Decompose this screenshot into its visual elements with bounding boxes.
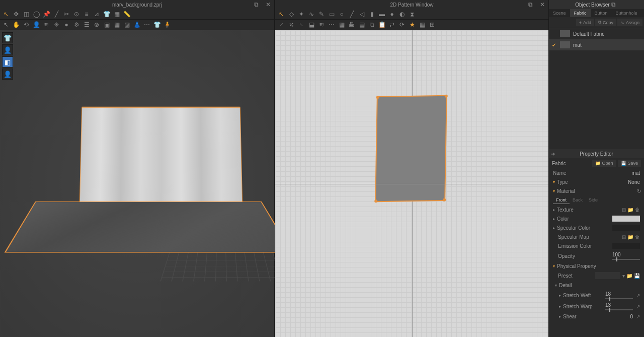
- texture-row[interactable]: Texture ⊞📁🗑: [549, 205, 644, 214]
- curve-icon[interactable]: ∿: [307, 10, 315, 18]
- garment-icon[interactable]: 👕: [153, 21, 161, 29]
- cut-icon[interactable]: ✂: [62, 10, 70, 18]
- list-item[interactable]: Default Fabric: [549, 28, 644, 39]
- open-button[interactable]: 📁Open: [592, 160, 616, 167]
- pattern-piece[interactable]: [375, 95, 447, 203]
- panel-menu-icon[interactable]: ⧉: [610, 1, 618, 9]
- name-value[interactable]: mat: [631, 170, 640, 176]
- free-sew-icon[interactable]: ⤭: [287, 21, 295, 29]
- snap-icon[interactable]: ⊞: [428, 21, 436, 29]
- tab-side[interactable]: Side: [586, 196, 601, 204]
- stretch-weft-row[interactable]: Stretch-Weft 18 ↗: [549, 290, 644, 301]
- stretch-weft-value[interactable]: 18: [605, 291, 611, 297]
- stretch-weft-slider[interactable]: [605, 298, 633, 299]
- shirt-icon[interactable]: 👕: [103, 10, 111, 18]
- wind-icon[interactable]: ≋: [42, 21, 50, 29]
- notch-icon[interactable]: ▮: [368, 10, 376, 18]
- shirt-tool-icon[interactable]: 👕: [2, 32, 13, 43]
- color-swatch[interactable]: [612, 216, 640, 222]
- target-icon[interactable]: ⊚: [93, 21, 101, 29]
- opacity-slider[interactable]: [612, 259, 640, 260]
- rectangle-icon[interactable]: ▭: [328, 10, 336, 18]
- stretch-warp-value[interactable]: 13: [605, 302, 611, 308]
- specular-color-swatch[interactable]: [612, 225, 640, 231]
- stretch-warp-row[interactable]: Stretch-Warp 13 ↗: [549, 301, 644, 312]
- skin-tool-icon[interactable]: 👤: [2, 69, 13, 80]
- fill-icon[interactable]: ●: [388, 10, 396, 18]
- segment-sew-icon[interactable]: ⟍: [297, 21, 305, 29]
- iron-icon[interactable]: ⬓: [307, 21, 315, 29]
- dress-icon[interactable]: 👗: [133, 21, 141, 29]
- pin-icon[interactable]: 📌: [42, 10, 50, 18]
- circle-icon[interactable]: ○: [338, 10, 346, 18]
- tab-button[interactable]: Button: [591, 9, 612, 17]
- texture-icon[interactable]: ▨: [123, 21, 131, 29]
- select-icon[interactable]: ↖: [277, 10, 285, 18]
- cloth-backdrop[interactable]: [79, 107, 243, 207]
- folder-icon[interactable]: 📁: [627, 207, 633, 213]
- trace-icon[interactable]: ◐: [398, 10, 406, 18]
- trash-icon[interactable]: 🗑: [635, 234, 640, 240]
- lasso-icon[interactable]: ◯: [32, 10, 40, 18]
- mesh-icon[interactable]: ▦: [113, 21, 121, 29]
- fold-icon[interactable]: ⊿: [93, 10, 101, 18]
- key-icon[interactable]: ↗: [636, 304, 640, 309]
- vertex-point[interactable]: [443, 198, 446, 201]
- measure-icon[interactable]: 📏: [123, 10, 131, 18]
- arrange-icon[interactable]: ▤: [358, 21, 366, 29]
- cloth-floor[interactable]: [5, 201, 293, 253]
- cursor-icon[interactable]: ↖: [2, 10, 10, 18]
- color-row[interactable]: Color: [549, 214, 644, 223]
- paste-icon[interactable]: 📋: [378, 21, 386, 29]
- layer-icon[interactable]: ▦: [113, 10, 121, 18]
- hair-icon[interactable]: ☀: [52, 21, 60, 29]
- internal-line-icon[interactable]: ╱: [348, 10, 356, 18]
- tab-fabric[interactable]: Fabric: [570, 9, 591, 17]
- steam-icon[interactable]: ≋: [317, 21, 326, 29]
- refresh-icon[interactable]: ↻: [637, 188, 641, 194]
- symmetry-icon[interactable]: ⧗: [408, 10, 416, 18]
- canvas-3d[interactable]: 👕 👤 ◧ 👤: [0, 30, 274, 337]
- fabric-icon[interactable]: ▦: [338, 21, 346, 29]
- gear-icon[interactable]: ⚙: [72, 21, 80, 29]
- add-point-icon[interactable]: ✦: [297, 10, 305, 18]
- tab-front[interactable]: Front: [553, 196, 570, 204]
- body-icon[interactable]: 🧍: [163, 21, 171, 29]
- tab-back[interactable]: Back: [570, 196, 586, 204]
- detail-section[interactable]: Detail: [549, 281, 644, 290]
- vertex-point[interactable]: [374, 199, 377, 203]
- flip-icon[interactable]: ⇄: [388, 21, 396, 29]
- list-item[interactable]: ✔ mat: [549, 39, 644, 50]
- sync-icon[interactable]: ★: [408, 21, 416, 29]
- rotate-icon[interactable]: ⟲: [22, 21, 30, 29]
- key-icon[interactable]: ↗: [636, 314, 640, 319]
- arrow-icon[interactable]: ↖: [2, 21, 10, 29]
- edit-point-icon[interactable]: ◇: [287, 10, 295, 18]
- specular-color-row[interactable]: Specular Color: [549, 223, 644, 232]
- grid-icon[interactable]: ⊞: [622, 234, 626, 240]
- folder-icon[interactable]: 📁: [627, 234, 633, 240]
- sew-icon[interactable]: ⟋: [277, 21, 285, 29]
- key-icon[interactable]: ↗: [636, 293, 640, 298]
- add-button[interactable]: +Add: [576, 19, 594, 26]
- stretch-warp-slider[interactable]: [605, 309, 633, 310]
- print-icon[interactable]: 🖶: [348, 21, 356, 29]
- pen-icon[interactable]: ✎: [317, 10, 326, 18]
- needle-icon[interactable]: ╱: [52, 10, 60, 18]
- tab-scene[interactable]: Scene: [549, 9, 570, 17]
- tab-buttonhole[interactable]: Buttonhole: [612, 9, 641, 17]
- avatar-icon[interactable]: 👤: [32, 21, 40, 29]
- grid-icon[interactable]: ▦: [418, 21, 426, 29]
- shear-row[interactable]: Shear 0 ↗: [549, 312, 644, 321]
- arrangement-tool-icon[interactable]: ◧: [2, 56, 13, 68]
- move-icon[interactable]: ✥: [12, 10, 20, 18]
- bars-icon[interactable]: ☰: [83, 21, 91, 29]
- vertex-point[interactable]: [376, 96, 379, 99]
- type-row[interactable]: Type None: [549, 177, 644, 186]
- window-close-icon[interactable]: ✕: [264, 1, 272, 9]
- avatar-tool-icon[interactable]: 👤: [2, 44, 13, 55]
- more-icon[interactable]: ⋯: [143, 21, 151, 29]
- box-select-icon[interactable]: ◫: [22, 10, 30, 18]
- sphere-icon[interactable]: ●: [62, 21, 70, 29]
- hand-icon[interactable]: ✋: [12, 21, 20, 29]
